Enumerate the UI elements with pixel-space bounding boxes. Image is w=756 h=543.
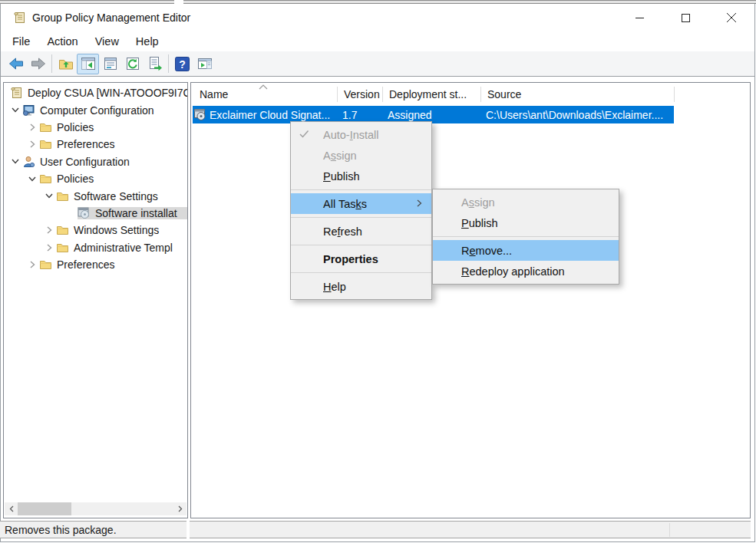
column-divider[interactable] <box>674 87 675 102</box>
submenu-item-publish[interactable]: Publish <box>433 212 619 233</box>
tree-item-gpo-root[interactable]: Deploy CSUA [WIN-ATOOOF9I7C <box>4 84 187 101</box>
chevron-collapsed-icon[interactable] <box>25 258 39 271</box>
close-button[interactable] <box>714 4 749 31</box>
window-title: Group Policy Management Editor <box>32 12 190 24</box>
toolbar-separator <box>51 54 52 73</box>
maximize-icon <box>682 14 690 22</box>
scrollbar-thumb[interactable] <box>18 502 71 515</box>
list-header: Name Version Deployment st... Source <box>191 84 750 104</box>
scroll-left-arrow-icon[interactable] <box>5 502 18 515</box>
context-menu-item-auto-install: Auto-Install <box>291 124 431 145</box>
menu-separator <box>291 272 431 273</box>
column-header-version[interactable]: Version <box>337 84 382 104</box>
refresh-button[interactable] <box>121 54 144 74</box>
tree-item-label: Administrative Templ <box>74 242 173 254</box>
menu-file[interactable]: File <box>4 33 38 50</box>
user-icon <box>22 156 35 168</box>
tree-item-label: Deploy CSUA [WIN-ATOOOF9I7C <box>28 87 187 99</box>
tree-item-software-settings[interactable]: Software Settings <box>4 187 187 204</box>
package-icon <box>194 109 206 121</box>
console-tree-pane: Deploy CSUA [WIN-ATOOOF9I7C Computer Con… <box>3 82 188 518</box>
tree-item-administrative-templates[interactable]: Administrative Templ <box>4 239 187 256</box>
tree-item-computer-configuration[interactable]: Computer Configuration <box>4 101 187 118</box>
svg-text:?: ? <box>179 58 186 70</box>
folder-icon <box>39 138 52 150</box>
context-menu-item-help[interactable]: Help <box>291 276 431 297</box>
tree-horizontal-scrollbar[interactable] <box>5 502 187 515</box>
package-row-selected[interactable]: Exclaimer Cloud Signat... 1.7 Assigned C… <box>193 106 674 123</box>
tree-item-user-configuration[interactable]: User Configuration <box>4 153 187 170</box>
chevron-expanded-icon[interactable] <box>42 190 56 202</box>
submenu-item-assign: Assign <box>433 192 619 212</box>
column-header-source[interactable]: Source <box>480 84 674 104</box>
gpo-scroll-icon <box>13 12 26 25</box>
context-menu-item-refresh[interactable]: Refresh <box>291 221 431 242</box>
folder-icon <box>39 173 52 185</box>
tree-item-label: Windows Settings <box>74 224 159 236</box>
folder-icon <box>39 258 52 271</box>
show-console-tree-icon <box>81 56 96 71</box>
submenu-arrow-icon <box>417 199 424 209</box>
titlebar: Group Policy Management Editor <box>1 4 754 31</box>
show-action-pane-button[interactable] <box>193 54 216 74</box>
tree-item-label: Software installat <box>95 207 177 219</box>
menu-bar: File Action View Help <box>1 31 754 51</box>
minimize-button[interactable] <box>622 4 657 31</box>
menu-help[interactable]: Help <box>127 33 167 50</box>
menu-separator <box>291 217 431 218</box>
up-one-level-button[interactable] <box>54 54 77 74</box>
back-button[interactable] <box>5 54 27 74</box>
context-menu-item-properties[interactable]: Properties <box>291 248 431 269</box>
maximize-button[interactable] <box>668 4 703 31</box>
menu-separator <box>291 189 431 190</box>
forward-arrow-icon <box>31 56 46 71</box>
properties-button[interactable] <box>99 54 121 74</box>
export-list-button[interactable] <box>144 54 166 74</box>
menu-action[interactable]: Action <box>38 33 86 50</box>
folder-icon <box>39 121 52 133</box>
cell-source: C:\Users\ant\Downloads\Exclaimer.... <box>480 106 672 123</box>
folder-icon <box>56 190 69 202</box>
software-installation-icon <box>78 207 91 219</box>
toolbar: ? <box>1 51 754 77</box>
help-button[interactable]: ? <box>171 54 193 74</box>
show-action-pane-icon <box>197 56 213 71</box>
folder-icon <box>56 242 69 254</box>
forward-button[interactable] <box>27 54 49 74</box>
submenu-item-remove[interactable]: Remove... <box>433 240 619 261</box>
tree-item-software-installation[interactable]: Software installat <box>4 205 187 222</box>
column-header-name[interactable]: Name <box>193 84 337 104</box>
tree-item-label: Software Settings <box>74 190 158 202</box>
status-text: Removes this package. <box>5 524 117 536</box>
chevron-collapsed-icon[interactable] <box>25 138 39 150</box>
tree-item-label: Policies <box>57 121 94 133</box>
context-menu-item-publish[interactable]: Publish <box>291 166 431 186</box>
menu-separator <box>433 236 619 237</box>
show-console-tree-button[interactable] <box>77 54 99 74</box>
help-icon: ? <box>175 57 190 71</box>
tree-item-computer-preferences[interactable]: Preferences <box>4 136 187 153</box>
tree-item-user-policies[interactable]: Policies <box>4 170 187 187</box>
menu-separator <box>291 245 431 245</box>
chevron-collapsed-icon[interactable] <box>42 224 56 236</box>
context-menu-item-all-tasks[interactable]: All Tasks <box>291 193 431 214</box>
column-header-deployment-state[interactable]: Deployment st... <box>382 84 480 104</box>
console-tree: Deploy CSUA [WIN-ATOOOF9I7C Computer Con… <box>4 84 187 273</box>
chevron-collapsed-icon[interactable] <box>42 242 56 254</box>
submenu-item-redeploy-application[interactable]: Redeploy application <box>433 261 619 281</box>
toolbar-separator <box>168 54 169 73</box>
chevron-collapsed-icon[interactable] <box>25 121 39 133</box>
chevron-expanded-icon[interactable] <box>8 156 22 168</box>
menu-view[interactable]: View <box>87 33 127 50</box>
status-bar: Removes this package. <box>0 521 187 538</box>
tree-item-user-preferences[interactable]: Preferences <box>4 256 187 273</box>
tree-item-computer-policies[interactable]: Policies <box>4 119 187 136</box>
tree-item-windows-settings[interactable]: Windows Settings <box>4 222 187 239</box>
checkmark-icon <box>299 130 309 139</box>
close-icon <box>727 13 736 22</box>
scroll-right-arrow-icon[interactable] <box>173 502 187 515</box>
minimize-icon <box>636 14 644 22</box>
chevron-expanded-icon[interactable] <box>8 104 22 117</box>
tree-selection-highlight: Software installat <box>78 207 187 219</box>
chevron-expanded-icon[interactable] <box>25 173 39 185</box>
